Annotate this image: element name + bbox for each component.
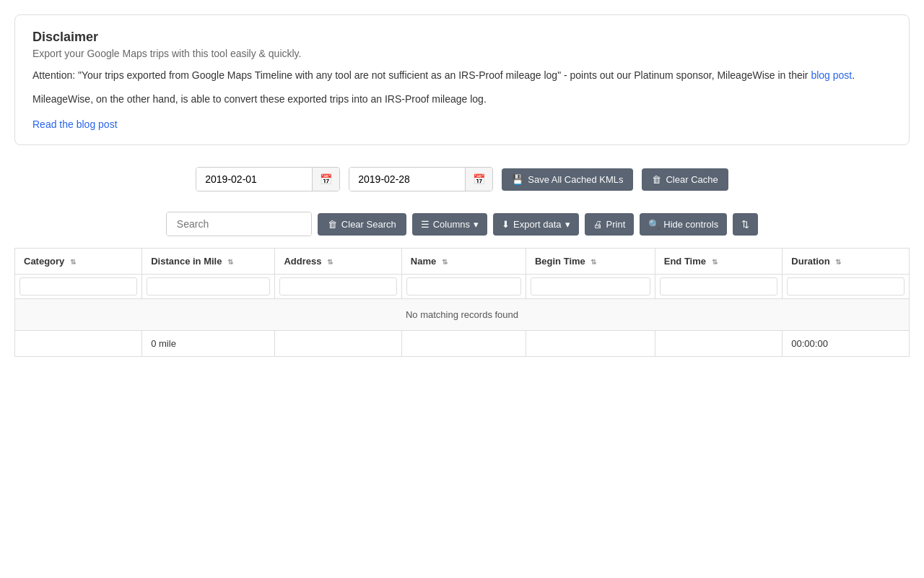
save-icon: 💾 — [512, 174, 523, 185]
trash-icon: 🗑 — [652, 174, 661, 185]
disclaimer-period: . — [852, 69, 855, 81]
col-label-name: Name — [411, 256, 436, 267]
read-blog-post-link[interactable]: Read the blog post — [32, 118, 118, 130]
end-date-input[interactable] — [349, 168, 465, 191]
print-button[interactable]: 🖨 Print — [585, 213, 635, 236]
export-label: Export data — [513, 219, 562, 230]
col-header-distance[interactable]: Distance in Mile ⇅ — [142, 249, 275, 275]
search-icon: 🔍 — [648, 219, 660, 230]
col-header-end-time[interactable]: End Time ⇅ — [655, 249, 783, 275]
hide-controls-button[interactable]: 🔍 Hide controls — [640, 213, 727, 236]
col-header-address[interactable]: Address ⇅ — [275, 249, 401, 275]
filter-distance[interactable] — [147, 277, 270, 296]
disclaimer-subtitle: Export your Google Maps trips with this … — [32, 48, 892, 59]
sort-icon-begin-time: ⇅ — [590, 258, 596, 266]
col-label-category: Category — [24, 256, 64, 267]
start-date-wrapper: 📅 — [196, 167, 340, 191]
summary-distance: 0 mile — [142, 331, 275, 357]
no-records-row: No matching records found — [15, 299, 910, 331]
no-records-message: No matching records found — [15, 299, 910, 331]
sort-icon-distance: ⇅ — [227, 258, 233, 266]
calendar-icon-2: 📅 — [473, 173, 485, 185]
summary-name — [401, 331, 526, 357]
disclaimer-body: Attention: "Your trips exported from Goo… — [32, 68, 892, 83]
col-header-category[interactable]: Category ⇅ — [15, 249, 142, 275]
clear-cache-button[interactable]: 🗑 Clear Cache — [642, 168, 728, 191]
summary-end-time — [655, 331, 783, 357]
sort-button[interactable]: ⇅ — [733, 213, 758, 236]
col-label-end-time: End Time — [664, 256, 706, 267]
columns-label: Columns — [433, 219, 470, 230]
filter-name[interactable] — [406, 277, 521, 296]
hide-controls-label: Hide controls — [663, 219, 718, 230]
data-table: Category ⇅ Distance in Mile ⇅ Address ⇅ … — [14, 248, 910, 357]
col-label-duration: Duration — [791, 256, 829, 267]
clear-cache-label: Clear Cache — [666, 174, 718, 185]
calendar-icon: 📅 — [320, 173, 332, 185]
filter-end-time[interactable] — [660, 277, 778, 296]
sort-icon-duration: ⇅ — [835, 258, 841, 266]
summary-category — [15, 331, 142, 357]
summary-duration: 00:00:00 — [783, 331, 910, 357]
disclaimer-card: Disclaimer Export your Google Maps trips… — [14, 14, 910, 145]
filter-address[interactable] — [279, 277, 396, 296]
export-icon: ⬇ — [502, 219, 510, 230]
columns-chevron-icon: ▾ — [474, 219, 479, 230]
col-label-distance: Distance in Mile — [151, 256, 222, 267]
sort-icon-address: ⇅ — [327, 258, 333, 266]
disclaimer-note: MileageWise, on the other hand, is able … — [32, 92, 892, 107]
filter-row — [15, 275, 910, 299]
filter-category[interactable] — [19, 277, 137, 296]
trash-icon-search: 🗑 — [328, 219, 337, 230]
disclaimer-body-text1: Attention: "Your trips exported from Goo… — [32, 69, 808, 81]
disclaimer-title: Disclaimer — [32, 30, 892, 45]
start-date-input[interactable] — [196, 168, 312, 191]
summary-row: 0 mile 00:00:00 — [15, 331, 910, 357]
end-date-wrapper: 📅 — [349, 167, 493, 191]
sort-icon-name: ⇅ — [442, 258, 448, 266]
export-button[interactable]: ⬇ Export data ▾ — [493, 213, 579, 236]
table-header-row: Category ⇅ Distance in Mile ⇅ Address ⇅ … — [15, 249, 910, 275]
search-wrapper — [166, 212, 312, 236]
sort-icon: ⇅ — [741, 219, 749, 230]
columns-button[interactable]: ☰ Columns ▾ — [412, 213, 487, 236]
col-label-address: Address — [284, 256, 321, 267]
filter-duration[interactable] — [787, 277, 905, 296]
clear-search-button[interactable]: 🗑 Clear Search — [318, 213, 406, 236]
sort-icon-category: ⇅ — [70, 258, 76, 266]
blog-post-link[interactable]: blog post — [811, 69, 852, 81]
col-header-duration[interactable]: Duration ⇅ — [783, 249, 910, 275]
search-toolbar-row: 🗑 Clear Search ☰ Columns ▾ ⬇ Export data… — [14, 212, 910, 236]
save-kml-button[interactable]: 💾 Save All Cached KMLs — [502, 168, 633, 191]
clear-search-label: Clear Search — [341, 219, 396, 230]
print-label: Print — [606, 219, 626, 230]
date-controls-row: 📅 📅 💾 Save All Cached KMLs 🗑 Clear Cache — [14, 167, 910, 191]
columns-icon: ☰ — [421, 219, 430, 230]
export-chevron-icon: ▾ — [565, 219, 570, 230]
print-icon: 🖨 — [593, 219, 603, 230]
start-date-calendar-button[interactable]: 📅 — [312, 168, 339, 191]
end-date-calendar-button[interactable]: 📅 — [465, 168, 492, 191]
summary-begin-time — [526, 331, 655, 357]
filter-begin-time[interactable] — [531, 277, 650, 296]
sort-icon-end-time: ⇅ — [712, 258, 718, 266]
col-header-begin-time[interactable]: Begin Time ⇅ — [526, 249, 655, 275]
col-label-begin-time: Begin Time — [535, 256, 585, 267]
data-table-container: Category ⇅ Distance in Mile ⇅ Address ⇅ … — [14, 248, 910, 357]
search-input[interactable] — [167, 212, 311, 236]
col-header-name[interactable]: Name ⇅ — [401, 249, 526, 275]
save-kml-label: Save All Cached KMLs — [528, 174, 623, 185]
summary-address — [275, 331, 401, 357]
